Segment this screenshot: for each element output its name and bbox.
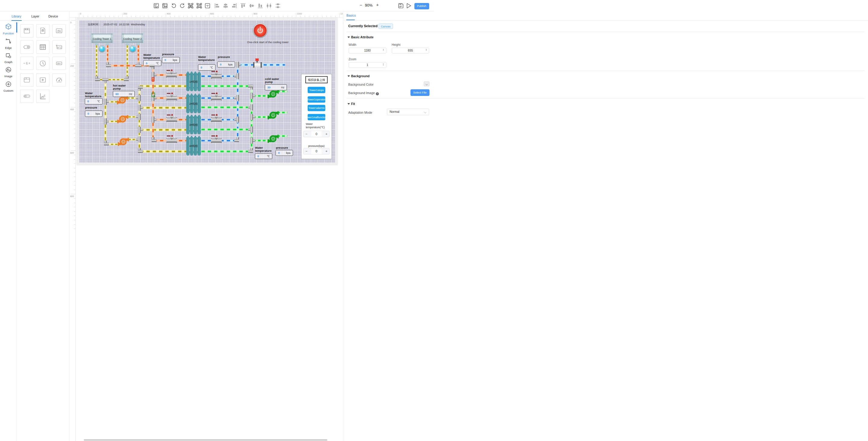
svg-text:0: 0 [164,58,166,62]
svg-text:0: 0 [278,151,280,154]
svg-text:pressure: pressure [85,106,97,109]
svg-text:Tower1malfunctions: Tower1malfunctions [305,116,328,119]
svg-text:60: 60 [116,92,119,96]
svg-text:℃: ℃ [97,100,100,103]
svg-text:Water: Water [255,146,263,149]
svg-text:temperature: temperature [85,94,101,98]
svg-text:temperature: temperature [198,58,215,62]
svg-text:0: 0 [315,150,317,153]
svg-text:Water: Water [85,91,93,95]
svg-text:kpa: kpa [173,59,177,62]
svg-text:0: 0 [146,62,147,65]
svg-text:pressure: pressure [276,146,288,149]
svg-text:temperature: temperature [144,56,160,59]
svg-text:Tower1stops: Tower1stops [309,89,324,92]
svg-text:℃: ℃ [210,66,213,69]
svg-text:4#机组: 4#机组 [189,145,198,147]
svg-text:2#机组: 2#机组 [189,102,198,105]
svg-text:−: − [306,149,308,153]
svg-text:One-click start of the cooling: One-click start of the cooling tower [247,41,289,44]
svg-text:0: 0 [87,99,89,103]
svg-text:−: − [306,132,308,136]
svg-text:℃: ℃ [267,155,270,158]
svg-text:0: 0 [315,133,317,136]
svg-text:模拟设备上报: 模拟设备上报 [308,78,325,82]
svg-text:Hz: Hz [281,86,284,89]
svg-text:Cooling Tower 1: Cooling Tower 1 [93,37,112,40]
svg-text:pump: pump [113,87,121,90]
svg-text:temperature(℃): temperature(℃) [306,126,325,129]
svg-text:abc: abc [57,29,61,32]
svg-text:3#机组: 3#机组 [189,123,198,126]
svg-text:Tower1operates: Tower1operates [307,98,326,101]
svg-text:hot water: hot water [113,84,126,87]
svg-text:0: 0 [87,112,89,115]
svg-text:kpa: kpa [228,63,232,66]
svg-text:Water: Water [144,53,151,56]
svg-text:0: 0 [201,66,202,69]
svg-text:kpa: kpa [96,112,100,115]
svg-text:temperature: temperature [255,149,272,152]
svg-text:a°C: a°C [57,46,61,49]
svg-text:pressure: pressure [218,55,230,59]
svg-text:+: + [326,149,328,153]
svg-text:30: 30 [267,86,271,89]
svg-text:0: 0 [220,63,221,66]
svg-text:pressure(kpa): pressure(kpa) [308,145,324,147]
svg-text:pressure: pressure [162,53,174,56]
svg-text:kpa: kpa [286,151,290,154]
svg-text:6: 6 [26,62,27,65]
svg-text:+: + [326,132,328,136]
svg-text:Water: Water [198,55,206,59]
svg-text:0: 0 [257,154,259,158]
svg-text:1#机组: 1#机组 [189,80,198,83]
svg-text:cold water: cold water [265,77,279,81]
svg-text:℃: ℃ [156,62,159,65]
svg-text:Water: Water [306,122,313,125]
svg-text:pump: pump [265,80,273,84]
svg-text:当前时间： 2025-07-02 16:22:56: 当前时间： 2025-07-02 16:22:56 Wednesday [88,23,145,26]
svg-text:Cooling Tower 2: Cooling Tower 2 [123,37,142,40]
svg-text:Hz: Hz [129,93,132,96]
svg-text:Btn: Btn [57,62,61,65]
svg-text:Tower1alarms: Tower1alarms [308,107,325,110]
